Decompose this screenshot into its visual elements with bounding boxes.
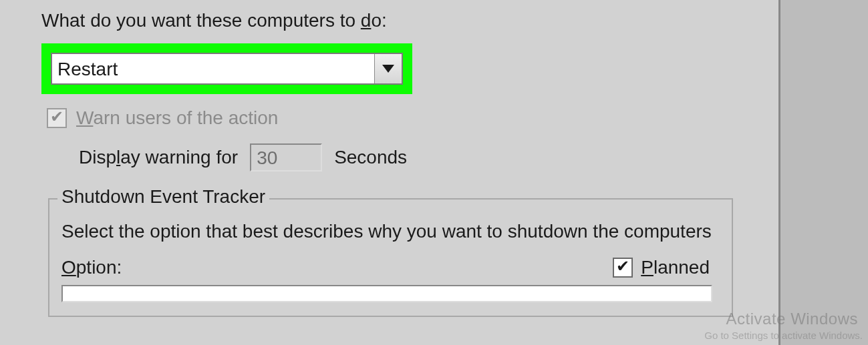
action-highlight: Restart (41, 43, 412, 94)
chevron-down-icon[interactable] (374, 54, 402, 83)
checkmark-icon: ✔ (616, 258, 629, 275)
action-label: What do you want these computers to do: (41, 10, 778, 31)
group-legend: Shutdown Event Tracker (57, 186, 269, 208)
display-warning-seconds-input[interactable]: 30 (250, 143, 322, 171)
checkmark-icon: ✔ (50, 108, 63, 125)
warn-users-row: ✔ Warn users of the action (47, 107, 778, 129)
warn-users-checkbox: ✔ (47, 108, 67, 128)
warn-users-label: Warn users of the action (76, 107, 278, 129)
action-combobox[interactable]: Restart (51, 53, 403, 85)
windows-watermark-sub: Go to Settings to activate Windows. (704, 330, 863, 341)
option-combobox[interactable] (61, 285, 712, 302)
svg-marker-0 (382, 65, 394, 73)
action-combobox-value: Restart (52, 54, 374, 83)
shutdown-event-tracker-group: Shutdown Event Tracker Select the option… (48, 198, 733, 317)
option-label: Option: (61, 257, 122, 278)
planned-label: Planned (641, 257, 710, 278)
display-warning-row: Display warning for 30 Seconds (79, 143, 778, 171)
seconds-label: Seconds (334, 147, 407, 168)
tracker-description: Select the option that best describes wh… (61, 220, 720, 244)
planned-checkbox[interactable]: ✔ (613, 258, 633, 278)
display-warning-label: Display warning for (79, 147, 238, 168)
windows-watermark-title: Activate Windows (726, 310, 858, 328)
